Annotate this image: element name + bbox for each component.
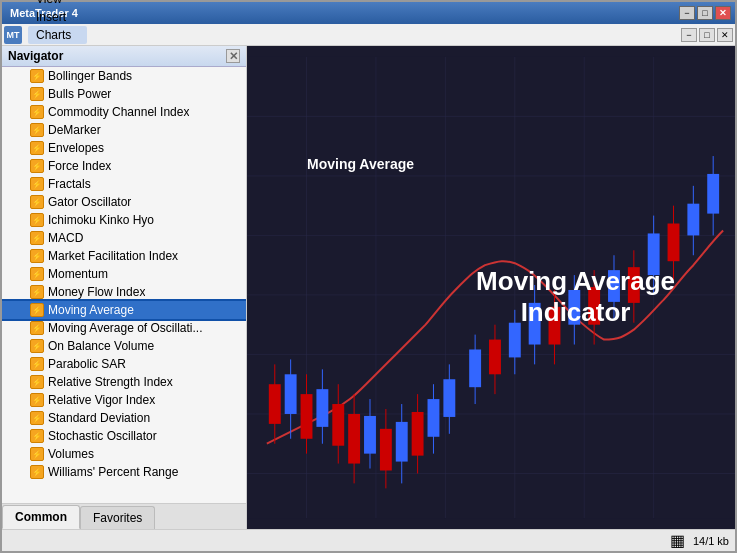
- nav-icon-rvi: ⚡: [30, 393, 44, 407]
- svg-rect-35: [428, 399, 440, 437]
- svg-rect-39: [469, 349, 481, 387]
- svg-rect-25: [348, 414, 360, 464]
- svg-rect-33: [412, 412, 424, 456]
- svg-rect-21: [316, 389, 328, 427]
- main-content: Navigator ✕ ⚡Bollinger Bands⚡Bulls Power…: [2, 46, 735, 529]
- main-window: MetaTrader 4 − □ ✕ MT FileViewInsertChar…: [0, 0, 737, 553]
- nav-icon-stoch: ⚡: [30, 429, 44, 443]
- nav-item-gator[interactable]: ⚡Gator Oscillator: [2, 193, 246, 211]
- nav-icon-volumes: ⚡: [30, 447, 44, 461]
- nav-icon-mao: ⚡: [30, 321, 44, 335]
- nav-item-bulls[interactable]: ⚡Bulls Power: [2, 85, 246, 103]
- navigator-tabs: CommonFavorites: [2, 503, 246, 529]
- navigator-list[interactable]: ⚡Bollinger Bands⚡Bulls Power⚡Commodity C…: [2, 67, 246, 503]
- app-logo: MT: [4, 26, 22, 44]
- nav-label-stoch: Stochastic Oscillator: [48, 429, 157, 443]
- menu-item-view[interactable]: View: [28, 0, 87, 8]
- nav-label-bulls: Bulls Power: [48, 87, 111, 101]
- nav-label-rsi: Relative Strength Index: [48, 375, 173, 389]
- nav-label-rvi: Relative Vigor Index: [48, 393, 155, 407]
- file-info: 14/1 kb: [693, 535, 729, 547]
- nav-icon-obv: ⚡: [30, 339, 44, 353]
- chart-label-indicator: Moving Average Indicator: [476, 266, 675, 328]
- nav-item-obv[interactable]: ⚡On Balance Volume: [2, 337, 246, 355]
- nav-icon-macd: ⚡: [30, 231, 44, 245]
- nav-item-volumes[interactable]: ⚡Volumes: [2, 445, 246, 463]
- nav-item-rvi[interactable]: ⚡Relative Vigor Index: [2, 391, 246, 409]
- inner-minimize-button[interactable]: −: [681, 28, 697, 42]
- nav-label-psar: Parabolic SAR: [48, 357, 126, 371]
- nav-item-mao[interactable]: ⚡Moving Average of Oscillati...: [2, 319, 246, 337]
- nav-label-ma: Moving Average: [48, 303, 134, 317]
- nav-label-volumes: Volumes: [48, 447, 94, 461]
- menu-item-charts[interactable]: Charts: [28, 26, 87, 44]
- nav-icon-fractals: ⚡: [30, 177, 44, 191]
- nav-label-moneyflow: Money Flow Index: [48, 285, 145, 299]
- title-bar-buttons: − □ ✕: [679, 6, 731, 20]
- svg-rect-37: [443, 379, 455, 417]
- inner-close-button[interactable]: ✕: [717, 28, 733, 42]
- navigator-title: Navigator: [8, 49, 63, 63]
- nav-item-macd[interactable]: ⚡MACD: [2, 229, 246, 247]
- close-button[interactable]: ✕: [715, 6, 731, 20]
- nav-icon-gator: ⚡: [30, 195, 44, 209]
- nav-icon-demarker: ⚡: [30, 123, 44, 137]
- nav-item-ma[interactable]: ⚡Moving Average: [2, 301, 246, 319]
- maximize-button[interactable]: □: [697, 6, 713, 20]
- status-bar-right: ▦ 14/1 kb: [670, 531, 729, 550]
- minimize-button[interactable]: −: [679, 6, 695, 20]
- nav-icon-bulls: ⚡: [30, 87, 44, 101]
- nav-item-momentum[interactable]: ⚡Momentum: [2, 265, 246, 283]
- nav-icon-moneyflow: ⚡: [30, 285, 44, 299]
- inner-restore-button[interactable]: □: [699, 28, 715, 42]
- nav-icon-bollinger: ⚡: [30, 69, 44, 83]
- nav-label-macd: MACD: [48, 231, 83, 245]
- menu-bar: MT FileViewInsertChartsToolsWindowHelp −…: [2, 24, 735, 46]
- chart-area: Moving Average Moving Average Indicator: [247, 46, 735, 529]
- svg-rect-15: [269, 384, 281, 424]
- nav-tab-common[interactable]: Common: [2, 505, 80, 529]
- nav-icon-mfi: ⚡: [30, 249, 44, 263]
- nav-item-stddev[interactable]: ⚡Standard Deviation: [2, 409, 246, 427]
- nav-label-bollinger: Bollinger Bands: [48, 69, 132, 83]
- menu-item-insert[interactable]: Insert: [28, 8, 87, 26]
- nav-item-rsi[interactable]: ⚡Relative Strength Index: [2, 373, 246, 391]
- nav-tab-favorites[interactable]: Favorites: [80, 506, 155, 529]
- nav-label-demarker: DeMarker: [48, 123, 101, 137]
- svg-rect-31: [396, 422, 408, 462]
- svg-rect-61: [687, 204, 699, 236]
- nav-item-bollinger[interactable]: ⚡Bollinger Bands: [2, 67, 246, 85]
- chart-label-moving-average: Moving Average: [307, 156, 414, 172]
- svg-rect-27: [364, 416, 376, 454]
- nav-item-moneyflow[interactable]: ⚡Money Flow Index: [2, 283, 246, 301]
- nav-item-force[interactable]: ⚡Force Index: [2, 157, 246, 175]
- nav-icon-wpr: ⚡: [30, 465, 44, 479]
- svg-rect-63: [707, 174, 719, 214]
- nav-icon-ma: ⚡: [30, 303, 44, 317]
- nav-item-stoch[interactable]: ⚡Stochastic Oscillator: [2, 427, 246, 445]
- nav-icon-stddev: ⚡: [30, 411, 44, 425]
- nav-item-envelopes[interactable]: ⚡Envelopes: [2, 139, 246, 157]
- nav-item-ichimoku[interactable]: ⚡Ichimoku Kinko Hyo: [2, 211, 246, 229]
- nav-label-obv: On Balance Volume: [48, 339, 154, 353]
- nav-icon-rsi: ⚡: [30, 375, 44, 389]
- nav-icon-cci: ⚡: [30, 105, 44, 119]
- nav-label-wpr: Williams' Percent Range: [48, 465, 178, 479]
- nav-icon-envelopes: ⚡: [30, 141, 44, 155]
- nav-item-cci[interactable]: ⚡Commodity Channel Index: [2, 103, 246, 121]
- nav-item-mfi[interactable]: ⚡Market Facilitation Index: [2, 247, 246, 265]
- menu-controls: − □ ✕: [681, 28, 733, 42]
- nav-icon-force: ⚡: [30, 159, 44, 173]
- status-bar-icon: ▦: [670, 531, 685, 550]
- svg-rect-41: [489, 340, 501, 375]
- nav-label-momentum: Momentum: [48, 267, 108, 281]
- nav-item-psar[interactable]: ⚡Parabolic SAR: [2, 355, 246, 373]
- title-bar: MetaTrader 4 − □ ✕: [2, 2, 735, 24]
- nav-item-demarker[interactable]: ⚡DeMarker: [2, 121, 246, 139]
- nav-item-wpr[interactable]: ⚡Williams' Percent Range: [2, 463, 246, 481]
- nav-icon-psar: ⚡: [30, 357, 44, 371]
- navigator-close-button[interactable]: ✕: [226, 49, 240, 63]
- nav-label-cci: Commodity Channel Index: [48, 105, 189, 119]
- nav-item-fractals[interactable]: ⚡Fractals: [2, 175, 246, 193]
- svg-rect-19: [301, 394, 313, 439]
